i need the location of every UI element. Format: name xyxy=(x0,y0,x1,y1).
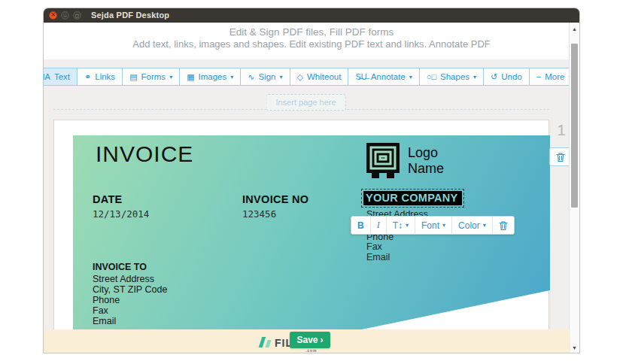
color-button[interactable]: Color ▾ xyxy=(452,217,493,234)
save-button[interactable]: Save › xyxy=(290,332,330,348)
invoice-to-fax: Fax xyxy=(93,305,167,316)
window-title: Sejda PDF Desktop xyxy=(91,11,169,20)
toolbar-label: Text xyxy=(54,72,70,81)
close-icon: ✕ xyxy=(50,12,56,18)
invoice-no-value: 123456 xyxy=(242,208,308,220)
shapes-icon: ○□ xyxy=(427,72,436,81)
trash-icon xyxy=(499,220,508,231)
maximize-button[interactable]: ◻ xyxy=(73,11,81,20)
invoice-to-phone: Phone xyxy=(93,295,167,305)
scrollbar-thumb[interactable] xyxy=(571,44,578,208)
font-button[interactable]: Font ▾ xyxy=(415,217,452,234)
chevron-down-icon: ▾ xyxy=(483,222,486,229)
invoice-no-field: INVOICE NO 123456 xyxy=(242,193,308,220)
more-icon: − xyxy=(536,72,541,81)
company-email: Email xyxy=(366,252,390,262)
text-icon: ΙA xyxy=(43,72,50,81)
header-tagline-1: Edit & Sign PDF files, Fill PDF forms xyxy=(44,26,579,38)
chevron-right-icon: › xyxy=(321,335,324,345)
title-bar: ✕ – ◻ Sejda PDF Desktop xyxy=(44,8,579,23)
chevron-down-icon: ▾ xyxy=(406,222,409,229)
toolbar-button-annotate[interactable]: S̶U̶ Annotate ▾ xyxy=(348,68,419,86)
main-toolbar: ΙA Text ⚭ Links ▤ Forms ▾ ▦ Images ▾ ∿ S… xyxy=(44,68,570,86)
toolbar-label: Shapes xyxy=(440,72,469,81)
app-window: ✕ – ◻ Sejda PDF Desktop Edit & Sign PDF … xyxy=(43,8,580,353)
link-icon: ⚭ xyxy=(84,72,91,82)
chevron-down-icon: ▾ xyxy=(409,74,412,80)
scroll-up-arrow[interactable]: ▲ xyxy=(570,26,579,32)
signature-icon: ∿ xyxy=(248,72,254,82)
invoice-template: INVOICE Logo Name xyxy=(73,135,550,353)
selected-text-your-company[interactable]: YOUR COMPANY xyxy=(363,191,462,205)
chevron-down-icon: ▾ xyxy=(280,74,283,80)
undo-icon: ↺ xyxy=(491,72,497,82)
logo-line-2: Name xyxy=(408,161,444,177)
logo-line-1: Logo xyxy=(408,145,444,161)
minimize-button[interactable]: – xyxy=(61,11,69,20)
delete-page-button[interactable] xyxy=(549,147,571,166)
chevron-down-icon: ▾ xyxy=(442,222,445,229)
date-field: DATE 12/13/2014 xyxy=(93,193,149,220)
font-size-button[interactable]: T↕ ▾ xyxy=(387,217,415,234)
close-button[interactable]: ✕ xyxy=(49,11,57,20)
italic-button[interactable]: I xyxy=(371,217,387,234)
company-block: YOUR COMPANY xyxy=(363,191,462,205)
filecr-logo-icon xyxy=(265,340,271,347)
font-button-label: Font xyxy=(421,220,439,231)
toolbar-label: Sign xyxy=(259,72,276,81)
toolbar-button-shapes[interactable]: ○□ Shapes ▾ xyxy=(419,68,484,86)
form-icon: ▤ xyxy=(129,72,137,82)
vertical-scrollbar: ▲ ▼ xyxy=(569,23,579,353)
date-value: 12/13/2014 xyxy=(93,208,149,220)
maximize-icon: ◻ xyxy=(75,13,80,18)
text-format-toolbar: B I T↕ ▾ Font ▾ Color ▾ xyxy=(351,216,515,235)
toolbar-label: Links xyxy=(95,72,115,81)
toolbar-button-forms[interactable]: ▤ Forms ▾ xyxy=(122,68,180,86)
maze-logo-icon xyxy=(366,143,400,179)
invoice-to-label: INVOICE TO xyxy=(93,262,167,272)
logo-text: Logo Name xyxy=(408,145,444,177)
toolbar-label: Annotate xyxy=(371,72,406,81)
toolbar-label: Whiteout xyxy=(307,72,341,81)
toolbar-button-images[interactable]: ▦ Images ▾ xyxy=(179,68,241,86)
invoice-no-label: INVOICE NO xyxy=(242,193,308,205)
pdf-page: INVOICE Logo Name xyxy=(53,120,549,353)
date-label: DATE xyxy=(93,193,149,205)
screenshot-stage: ✕ – ◻ Sejda PDF Desktop Edit & Sign PDF … xyxy=(0,0,629,364)
invoice-to-city: City, ST ZIP Code xyxy=(93,284,167,295)
whiteout-icon: ◇ xyxy=(297,72,303,82)
save-button-label: Save xyxy=(296,335,318,345)
chevron-down-icon: ▾ xyxy=(230,74,233,80)
minimize-icon: – xyxy=(64,13,67,18)
invoice-to-block: INVOICE TO Street Address City, ST ZIP C… xyxy=(93,262,167,326)
invoice-title: INVOICE xyxy=(96,141,193,167)
chevron-down-icon: ▾ xyxy=(473,74,476,80)
toolbar-button-links[interactable]: ⚭ Links xyxy=(77,68,123,86)
trash-icon xyxy=(556,152,565,162)
toolbar-label: Forms xyxy=(141,72,166,81)
bold-button[interactable]: B xyxy=(351,217,371,234)
toolbar-button-whiteout[interactable]: ◇ Whiteout xyxy=(290,68,349,86)
chevron-down-icon: ▾ xyxy=(169,74,172,80)
scroll-down-arrow[interactable]: ▼ xyxy=(570,345,579,350)
toolbar-label: More xyxy=(545,72,564,81)
header-tagline-2: Add text, links, images and shapes. Edit… xyxy=(44,38,579,50)
toolbar-button-text[interactable]: ΙA Text xyxy=(43,68,77,86)
color-button-label: Color xyxy=(458,220,480,231)
toolbar-label: Images xyxy=(199,72,227,81)
logo-block: Logo Name xyxy=(366,143,444,179)
toolbar-button-sign[interactable]: ∿ Sign ▾ xyxy=(240,68,290,86)
insert-page-button[interactable]: Insert page here xyxy=(266,94,346,111)
toolbar-button-undo[interactable]: ↺ Undo xyxy=(483,68,530,86)
invoice-to-street: Street Address xyxy=(93,274,167,284)
company-fax: Fax xyxy=(366,241,382,252)
image-icon: ▦ xyxy=(187,72,194,82)
strikethrough-icon: S̶U̶ xyxy=(355,72,366,81)
delete-text-button[interactable] xyxy=(493,217,514,234)
toolbar-label: Undo xyxy=(501,72,522,81)
font-size-icon: T↕ xyxy=(393,220,403,231)
page-number: 1 xyxy=(552,121,570,139)
invoice-to-email: Email xyxy=(93,316,167,326)
